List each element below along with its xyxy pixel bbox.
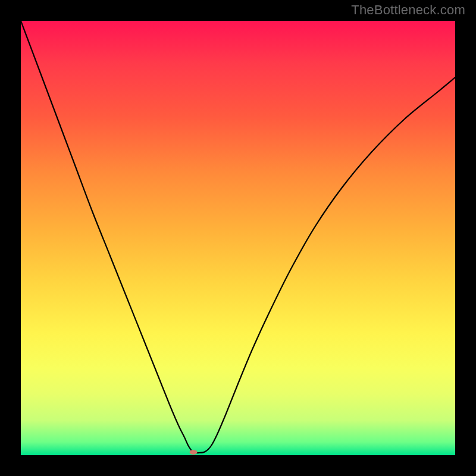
- curve-svg: [21, 21, 455, 455]
- chart-wrapper: TheBottleneck.com: [0, 0, 476, 476]
- attribution-text: TheBottleneck.com: [351, 2, 465, 18]
- plot-area: [21, 21, 455, 455]
- bottleneck-curve: [21, 21, 455, 453]
- optimal-marker: [190, 450, 198, 455]
